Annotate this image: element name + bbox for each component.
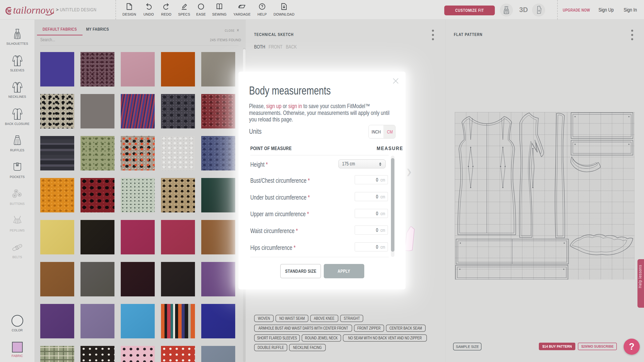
svg-text:tailornova: tailornova — [13, 5, 54, 16]
